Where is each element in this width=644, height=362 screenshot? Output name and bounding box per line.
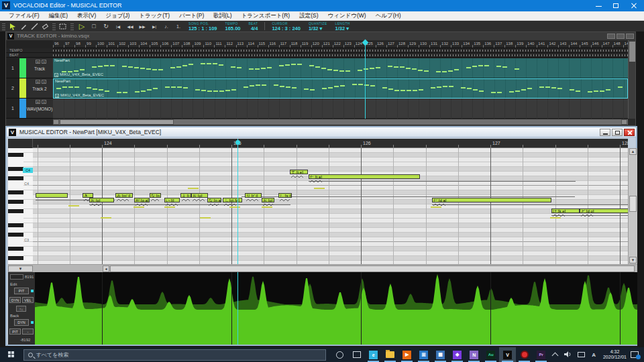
track-part[interactable]: NewPartSMIKU_V4X_Beta_EVEC <box>53 78 628 99</box>
menu-item[interactable]: 歌詞(L) <box>209 12 236 20</box>
solo-button[interactable]: S <box>42 100 46 104</box>
length-dropdown[interactable]: LENGTH 1/32 ▾ <box>335 21 350 32</box>
note[interactable] <box>36 193 68 198</box>
control-value-box[interactable] <box>10 274 23 280</box>
track-editor-titlebar[interactable]: V TRACK EDITOR - kimino.vsqx <box>6 32 635 40</box>
black-key[interactable] <box>8 223 33 228</box>
close-icon[interactable] <box>625 0 643 11</box>
solo-button[interactable]: S <box>42 80 46 84</box>
display-icon[interactable] <box>578 352 585 357</box>
minus-button[interactable]: - <box>22 328 34 335</box>
taskbar-app-photos[interactable]: ▣ <box>415 347 432 362</box>
scrollbar-thumb[interactable] <box>60 119 174 125</box>
vel-button[interactable]: VEL <box>22 297 34 303</box>
white-key[interactable] <box>8 186 33 190</box>
dyn-button[interactable]: DYN <box>9 297 21 303</box>
stop-icon[interactable]: □ <box>88 23 100 29</box>
menu-item[interactable]: パート(P) <box>174 12 209 20</box>
start-button[interactable] <box>0 347 23 362</box>
eraser-tool-icon[interactable] <box>40 21 50 31</box>
play-icon[interactable]: ▷ <box>76 22 88 31</box>
pit-button[interactable]: PIT <box>9 328 21 335</box>
edit-param-button[interactable]: PIT <box>14 288 29 294</box>
forward-icon[interactable]: ▶▶ <box>136 24 148 29</box>
ime-indicator[interactable]: A <box>592 352 596 358</box>
track-header[interactable]: MSWAV(MONO) <box>26 99 53 119</box>
scroll-right-icon[interactable] <box>621 119 627 125</box>
prev-note-icon[interactable]: ♪. <box>160 24 172 29</box>
note[interactable]: な [n a] <box>207 198 221 202</box>
menu-item[interactable]: ヘルプ(H) <box>371 12 406 20</box>
part-select-tool-icon[interactable] <box>58 21 68 31</box>
mute-button[interactable]: M <box>36 60 40 64</box>
volume-icon[interactable] <box>564 351 571 359</box>
scroll-down-icon[interactable]: ▼ <box>629 257 637 263</box>
taskbar-app-explorer[interactable] <box>382 347 398 362</box>
white-key[interactable] <box>8 237 33 242</box>
white-key[interactable] <box>8 251 33 256</box>
white-key[interactable] <box>8 148 33 153</box>
swap-params-button[interactable]: ↑↓ <box>16 306 26 312</box>
black-key[interactable] <box>8 153 33 158</box>
note[interactable]: た [t a] <box>309 174 420 179</box>
note[interactable]: お [o] <box>89 198 114 202</box>
taskbar-app-task-view[interactable] <box>348 347 365 362</box>
minimize-icon[interactable] <box>590 0 608 11</box>
beat-row[interactable]: BEAT <box>6 53 628 58</box>
quantize-value[interactable]: 1/32 <box>309 25 319 32</box>
tempo-row[interactable]: TEMPO <box>6 48 628 53</box>
quantize-dropdown[interactable]: QUANTIZE 1/32 ▾ <box>309 21 327 32</box>
tray-expand-icon[interactable] <box>552 353 559 359</box>
minimize-icon[interactable] <box>607 34 615 39</box>
taskbar-app-vocaloid[interactable]: V <box>499 347 516 362</box>
scroll-up-icon[interactable]: ▲ <box>629 148 637 155</box>
tempo-value[interactable]: 165.00 <box>225 25 241 32</box>
keyboard-options-button[interactable]: ▼ <box>8 265 33 272</box>
solo-button[interactable]: S <box>42 60 46 64</box>
close-icon[interactable] <box>626 34 634 39</box>
taskbar-app-media-player[interactable]: ▶ <box>398 347 415 362</box>
piano-roll-grid[interactable]: きお [o]み [m' i]が [g a]な [n a]い [i]よ [j o]… <box>33 148 628 264</box>
back-param-button[interactable]: DYN <box>14 319 29 326</box>
black-key[interactable] <box>8 233 33 237</box>
menu-item[interactable]: ウィンドウ(W) <box>323 12 370 20</box>
piano-roll-vscrollbar[interactable]: ▲ ▼ <box>628 148 637 264</box>
taskbar-app-onenote[interactable]: N <box>466 347 482 362</box>
note[interactable]: だ [d a] <box>432 198 551 202</box>
menu-item[interactable]: 表示(V) <box>72 12 101 20</box>
scroll-left-icon[interactable] <box>53 119 59 125</box>
maximize-icon[interactable] <box>616 34 625 39</box>
note[interactable]: ふ [p\ M] <box>223 198 242 202</box>
white-key[interactable] <box>8 214 33 219</box>
note[interactable]: け [k e] <box>551 208 580 213</box>
black-key[interactable] <box>8 247 33 251</box>
note[interactable]: し [s i] <box>278 193 292 198</box>
black-key[interactable] <box>8 209 33 214</box>
length-value[interactable]: 1/32 <box>335 25 345 32</box>
playhead-marker[interactable] <box>235 140 240 145</box>
pointer-tool-icon[interactable] <box>7 21 18 31</box>
white-key[interactable] <box>8 242 33 247</box>
taskbar-search-input[interactable]: すべてを検索 <box>23 349 327 361</box>
menu-item[interactable]: ジョブ(J) <box>101 12 134 20</box>
note[interactable]: が [g a] <box>134 198 150 202</box>
next-note-icon[interactable]: 1. <box>172 24 184 29</box>
rewind-icon[interactable]: ◀◀ <box>124 24 136 29</box>
chevron-down-icon[interactable]: ▾ <box>346 25 349 32</box>
note[interactable]: な [n a] <box>150 193 161 198</box>
taskbar-app-calculator[interactable]: ▦ <box>432 347 449 362</box>
taskbar-app-record[interactable] <box>516 347 533 362</box>
action-center-icon[interactable] <box>631 351 639 358</box>
taskbar-app-premiere[interactable]: Pr <box>533 347 549 362</box>
white-key[interactable] <box>8 195 33 200</box>
track-header[interactable]: MSTrack <box>26 58 53 78</box>
white-key[interactable] <box>8 219 33 223</box>
scroll-left-icon[interactable]: ◂ <box>103 265 109 272</box>
menu-item[interactable]: トランスポート(R) <box>237 12 295 20</box>
loop-icon[interactable]: ↻ <box>100 23 112 29</box>
taskbar-app-audition[interactable]: Au <box>482 347 499 362</box>
white-key[interactable] <box>8 162 33 167</box>
note[interactable]: お [o] <box>262 198 274 202</box>
piano-keyboard[interactable]: C4C3C4 <box>8 148 33 264</box>
piano-roll-hscrollbar[interactable]: ▼ ◂ <box>8 264 637 272</box>
